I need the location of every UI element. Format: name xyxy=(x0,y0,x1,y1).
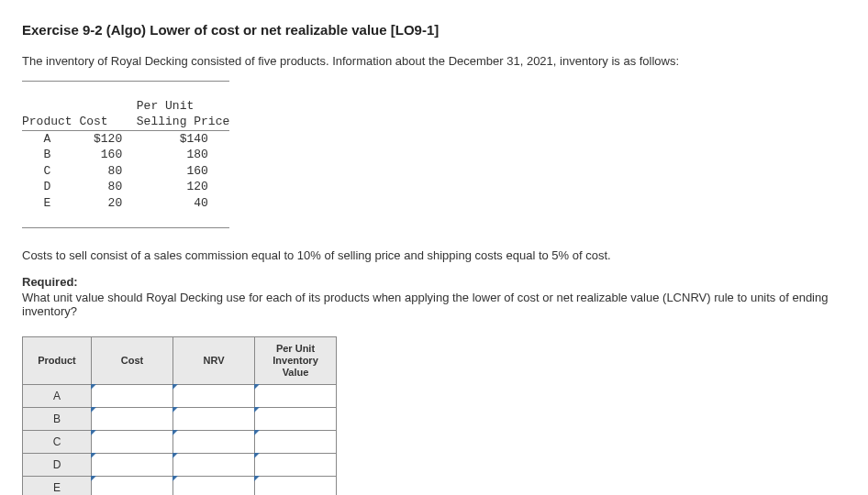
answer-input-nrv[interactable] xyxy=(173,477,255,495)
edit-indicator-icon xyxy=(91,407,96,412)
answer-input-nrv[interactable] xyxy=(173,454,255,477)
answer-input-inv[interactable] xyxy=(255,454,337,477)
answer-header-nrv: NRV xyxy=(173,336,255,385)
edit-indicator-icon xyxy=(254,430,260,435)
data-row-c: C 80 160 xyxy=(22,163,229,180)
answer-input-nrv[interactable] xyxy=(173,431,255,454)
edit-indicator-icon xyxy=(91,476,96,481)
answer-input-inv[interactable] xyxy=(255,408,337,431)
answer-header-cost: Cost xyxy=(92,336,173,385)
edit-indicator-icon xyxy=(91,430,96,435)
answer-row-product: A xyxy=(23,385,92,408)
edit-indicator-icon xyxy=(254,476,260,481)
edit-indicator-icon xyxy=(172,430,178,435)
edit-indicator-icon xyxy=(172,384,178,390)
exercise-title: Exercise 9-2 (Algo) Lower of cost or net… xyxy=(22,22,846,38)
answer-input-cost[interactable] xyxy=(92,408,173,431)
answer-row: C xyxy=(23,431,337,454)
answer-input-inv[interactable] xyxy=(255,477,337,495)
answer-input-cost[interactable] xyxy=(92,385,173,408)
answer-header-product: Product xyxy=(23,336,92,385)
answer-input-cost[interactable] xyxy=(92,454,173,477)
answer-table: Product Cost NRV Per UnitInventoryValue … xyxy=(22,336,337,495)
answer-row: B xyxy=(23,408,337,431)
data-row-d: D 80 120 xyxy=(22,179,229,195)
answer-row-product: E xyxy=(23,477,92,495)
edit-indicator-icon xyxy=(172,407,178,412)
data-row-b: B 160 180 xyxy=(22,147,229,163)
answer-row: E xyxy=(23,477,337,495)
data-row-e: E 20 40 xyxy=(22,195,229,212)
edit-indicator-icon xyxy=(254,384,260,390)
costs-note: Costs to sell consist of a sales commiss… xyxy=(22,248,846,262)
answer-input-cost[interactable] xyxy=(92,477,173,495)
given-data-table: Per UnitProduct Cost Selling Price A $12… xyxy=(22,81,229,228)
answer-header-inventory-value: Per UnitInventoryValue xyxy=(255,336,337,385)
data-row-a: A $120 $140 xyxy=(22,131,229,148)
edit-indicator-icon xyxy=(172,476,178,481)
per-unit-header: Per Unit xyxy=(22,98,229,115)
answer-input-nrv[interactable] xyxy=(173,385,255,408)
answer-row-product: B xyxy=(23,408,92,431)
answer-input-cost[interactable] xyxy=(92,431,173,454)
edit-indicator-icon xyxy=(254,407,260,412)
answer-row-product: C xyxy=(23,431,92,454)
answer-input-inv[interactable] xyxy=(255,385,337,408)
intro-text: The inventory of Royal Decking consisted… xyxy=(22,54,846,68)
required-label: Required: xyxy=(22,275,846,289)
edit-indicator-icon xyxy=(254,453,260,458)
edit-indicator-icon xyxy=(91,453,96,458)
required-text: What unit value should Royal Decking use… xyxy=(22,291,829,318)
answer-row: D xyxy=(23,454,337,477)
answer-row-product: D xyxy=(23,454,92,477)
answer-input-inv[interactable] xyxy=(255,431,337,454)
edit-indicator-icon xyxy=(91,384,96,390)
answer-row: A xyxy=(23,385,337,408)
answer-input-nrv[interactable] xyxy=(173,408,255,431)
column-headers: Product Cost Selling Price xyxy=(22,114,229,130)
edit-indicator-icon xyxy=(172,453,178,458)
